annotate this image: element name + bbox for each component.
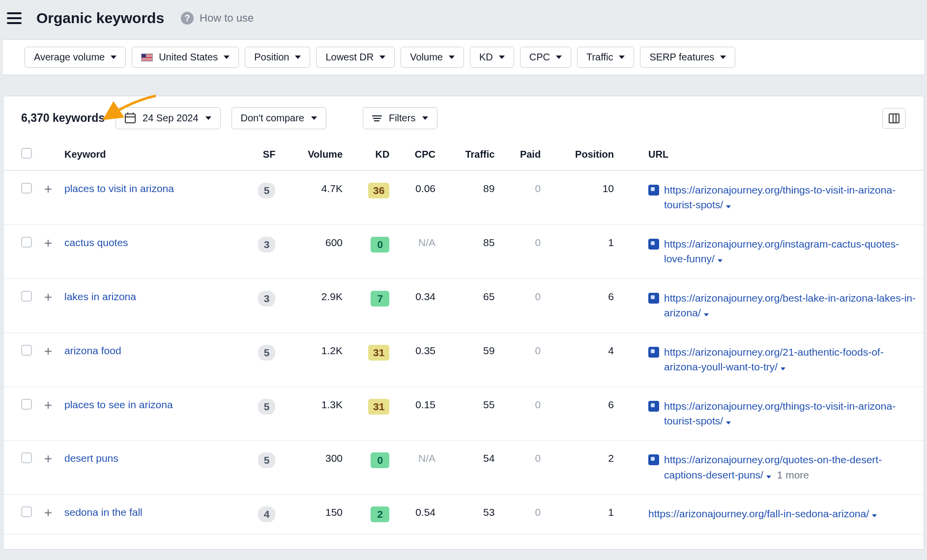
table-row: + arizona food 5 1.2K 31 0.35 59 0 4 htt… xyxy=(3,333,924,387)
paid-cell: 0 xyxy=(499,387,546,441)
position-cell: 6 xyxy=(546,387,619,441)
paid-cell: 0 xyxy=(499,224,546,279)
keyword-count: 6,370 keywords xyxy=(21,112,105,125)
cpc-cell: 0.34 xyxy=(394,279,440,333)
volume-cell: 1.2K xyxy=(280,333,348,387)
traffic-cell: 65 xyxy=(440,279,499,333)
column-header[interactable]: Keyword xyxy=(59,141,239,170)
chevron-down-icon[interactable] xyxy=(704,313,709,316)
row-checkbox[interactable] xyxy=(21,291,32,302)
expand-icon[interactable]: + xyxy=(42,506,55,519)
cpc-cell: 0.06 xyxy=(394,170,440,224)
row-checkbox[interactable] xyxy=(21,399,32,410)
filter-label: Position xyxy=(254,52,289,63)
chevron-down-icon xyxy=(499,56,505,59)
page-icon xyxy=(648,293,659,304)
cpc-cell: 0.54 xyxy=(394,495,440,534)
url-link[interactable]: https://arizonajourney.org/fall-in-sedon… xyxy=(648,508,869,519)
compare-dropdown[interactable]: Don't compare xyxy=(232,107,326,129)
row-checkbox[interactable] xyxy=(21,452,32,463)
chevron-down-icon[interactable] xyxy=(726,421,731,424)
expand-icon[interactable]: + xyxy=(42,291,55,304)
cpc-cell: 0.35 xyxy=(394,333,440,387)
filter-pill-volume[interactable]: Volume xyxy=(401,47,464,68)
menu-icon[interactable] xyxy=(7,12,22,24)
chevron-down-icon xyxy=(449,56,455,59)
paid-cell: 0 xyxy=(499,495,546,534)
column-header[interactable]: Traffic xyxy=(440,141,499,170)
filter-pill-position[interactable]: Position xyxy=(245,47,310,68)
url-link[interactable]: https://arizonajourney.org/21-authentic-… xyxy=(664,346,884,372)
chevron-down-icon xyxy=(111,56,116,59)
filters-button[interactable]: Filters xyxy=(363,107,437,129)
kd-badge: 7 xyxy=(371,291,389,307)
column-header[interactable]: Position xyxy=(546,141,619,170)
keyword-link[interactable]: places to visit in arizona xyxy=(64,183,174,194)
keyword-link[interactable]: sedona in the fall xyxy=(64,506,143,518)
column-header[interactable]: Paid xyxy=(499,141,546,170)
url-more[interactable]: 1 more xyxy=(777,469,809,480)
date-picker[interactable]: 24 Sep 2024 xyxy=(116,107,220,129)
url-link[interactable]: https://arizonajourney.org/instagram-cac… xyxy=(664,238,899,264)
column-header[interactable]: Volume xyxy=(280,141,348,170)
chevron-down-icon[interactable] xyxy=(718,259,723,262)
filter-pill-cpc[interactable]: CPC xyxy=(520,47,571,68)
traffic-cell: 89 xyxy=(440,170,499,224)
filter-pill-traffic[interactable]: Traffic xyxy=(577,47,634,68)
column-header[interactable]: KD xyxy=(348,141,394,170)
url-link[interactable]: https://arizonajourney.org/things-to-vis… xyxy=(664,400,896,426)
filters-label: Filters xyxy=(389,112,415,124)
chevron-down-icon[interactable] xyxy=(781,367,785,370)
keyword-link[interactable]: desert puns xyxy=(64,452,118,464)
chevron-down-icon xyxy=(720,56,726,59)
expand-icon[interactable]: + xyxy=(42,183,55,196)
sf-badge: 3 xyxy=(258,291,276,307)
expand-icon[interactable]: + xyxy=(42,345,55,358)
chevron-down-icon[interactable] xyxy=(872,514,877,517)
position-cell: 10 xyxy=(546,170,619,224)
expand-icon[interactable]: + xyxy=(42,237,55,250)
filter-label: CPC xyxy=(529,52,550,63)
keyword-link[interactable]: arizona food xyxy=(64,345,121,356)
chevron-down-icon[interactable] xyxy=(766,476,771,478)
help-link[interactable]: ? How to use xyxy=(181,12,254,25)
row-checkbox[interactable] xyxy=(21,237,32,248)
select-all-checkbox[interactable] xyxy=(21,148,32,159)
traffic-cell: 53 xyxy=(440,495,499,534)
url-link[interactable]: https://arizonajourney.org/things-to-vis… xyxy=(664,184,896,210)
page-title: Organic keywords xyxy=(36,10,164,27)
filter-pill-average-volume[interactable]: Average volume xyxy=(25,47,126,68)
volume-cell: 4.7K xyxy=(280,170,348,224)
filter-pill-lowest-dr[interactable]: Lowest DR xyxy=(316,47,395,68)
table-row: + desert puns 5 300 0 N/A 54 0 2 https:/… xyxy=(3,441,924,495)
column-header[interactable]: CPC xyxy=(394,141,440,170)
filter-pill-kd[interactable]: KD xyxy=(470,47,514,68)
sf-badge: 3 xyxy=(258,237,276,252)
row-checkbox[interactable] xyxy=(21,506,32,517)
keyword-link[interactable]: cactus quotes xyxy=(64,237,128,248)
columns-icon xyxy=(889,113,899,123)
row-checkbox[interactable] xyxy=(21,345,32,356)
column-header[interactable]: URL xyxy=(643,141,924,170)
page-icon xyxy=(648,239,659,250)
url-link[interactable]: https://arizonajourney.org/quotes-on-the… xyxy=(664,454,882,480)
chevron-down-icon xyxy=(311,116,317,120)
date-label: 24 Sep 2024 xyxy=(143,112,198,124)
filter-pill-united-states[interactable]: United States xyxy=(132,47,239,68)
keyword-link[interactable]: lakes in arizona xyxy=(64,291,136,302)
filter-pill-serp-features[interactable]: SERP features xyxy=(640,47,735,68)
table-row: + places to see in arizona 5 1.3K 31 0.1… xyxy=(3,387,924,441)
column-header[interactable]: SF xyxy=(239,141,281,170)
chevron-down-icon[interactable] xyxy=(726,205,731,208)
help-label: How to use xyxy=(200,12,254,25)
columns-button[interactable] xyxy=(882,108,906,129)
expand-icon[interactable]: + xyxy=(42,452,55,465)
row-checkbox[interactable] xyxy=(21,183,32,194)
filter-label: SERP features xyxy=(649,52,714,63)
expand-icon[interactable]: + xyxy=(42,399,55,412)
volume-cell: 600 xyxy=(280,224,348,279)
url-link[interactable]: https://arizonajourney.org/best-lake-in-… xyxy=(664,292,916,318)
paid-cell: 0 xyxy=(499,170,546,224)
keyword-link[interactable]: places to see in arizona xyxy=(64,399,173,410)
kd-badge: 0 xyxy=(371,237,389,252)
